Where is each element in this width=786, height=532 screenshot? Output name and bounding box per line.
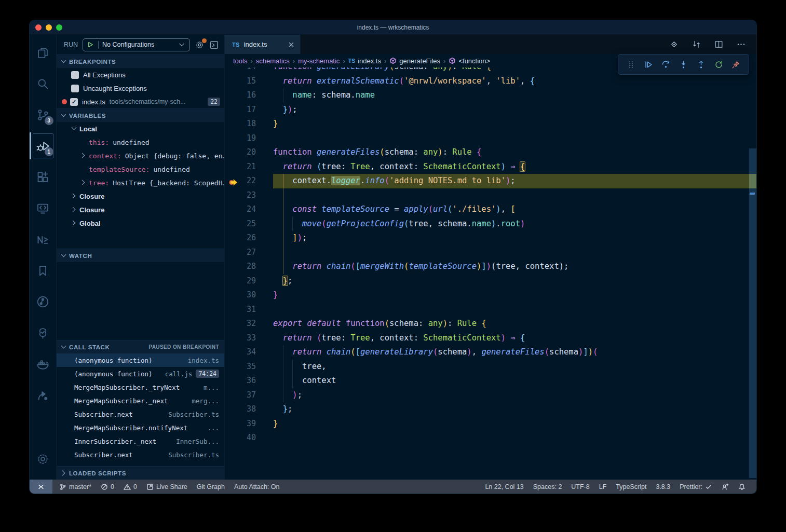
git-graph[interactable]: Git Graph: [192, 480, 229, 494]
call-stack-frame[interactable]: (anonymous function)index.ts: [57, 353, 224, 367]
code-editor[interactable]: 14function generateLibrary(schema: any):…: [225, 67, 756, 480]
code-line[interactable]: 23: [225, 188, 756, 203]
call-stack-frame[interactable]: MergeMapSubscriber._nextmerg...: [57, 394, 224, 407]
activity-extensions[interactable]: [30, 161, 57, 193]
close-tab-button[interactable]: [288, 41, 295, 48]
scope-row[interactable]: Local: [57, 122, 224, 135]
code-line[interactable]: 28 return chain([mergeWith(templateSourc…: [225, 260, 756, 274]
call-stack-frame[interactable]: MergeMapSubscriber.notifyNext...: [57, 421, 224, 434]
step-into-button[interactable]: [677, 58, 689, 71]
activity-explorer[interactable]: [30, 37, 57, 68]
code-line[interactable]: 39}: [225, 417, 756, 431]
code-line[interactable]: 16 name: schema.name: [225, 88, 756, 103]
step-out-button[interactable]: [695, 58, 707, 71]
activity-source-control[interactable]: 3: [30, 99, 57, 130]
breakpoint-item[interactable]: Uncaught Exceptions: [57, 81, 224, 95]
encoding[interactable]: UTF-8: [566, 480, 594, 494]
language-mode[interactable]: TypeScript: [611, 480, 651, 494]
code-line[interactable]: 34 return chain([generateLibrary(schema)…: [225, 345, 756, 360]
scope-row[interactable]: Closure: [57, 189, 224, 203]
activity-settings[interactable]: [30, 443, 57, 474]
code-line[interactable]: 37 );: [225, 388, 756, 403]
more-actions-button[interactable]: [736, 39, 746, 49]
start-debug-icon[interactable]: [86, 40, 94, 49]
code-line[interactable]: 36 context: [225, 374, 756, 388]
variable-row[interactable]: tree:HostTree {_backend: ScopedH…: [57, 176, 224, 189]
continue-button[interactable]: [642, 58, 655, 71]
call-stack-frame[interactable]: (anonymous function)call.js74:24: [57, 367, 224, 380]
breadcrumb-item[interactable]: generateFiles: [389, 57, 440, 65]
indentation[interactable]: Spaces: 2: [528, 480, 567, 494]
eol[interactable]: LF: [594, 480, 612, 494]
problems-errors[interactable]: 0: [96, 480, 119, 494]
watch-section-header[interactable]: WATCH: [57, 249, 224, 262]
code-line[interactable]: 24 const templateSource = apply(url('./f…: [225, 202, 756, 217]
feedback[interactable]: [717, 480, 734, 494]
breakpoint-item[interactable]: ✓index.tstools/schematics/my-sch...22: [57, 95, 224, 108]
code-line[interactable]: 26 ]);: [225, 231, 756, 245]
debug-console-button[interactable]: [209, 40, 219, 50]
activity-run-debug[interactable]: 1: [30, 130, 57, 161]
code-line[interactable]: 19: [225, 131, 756, 146]
activity-remote-explorer[interactable]: [30, 193, 57, 224]
code-line[interactable]: 30}: [225, 288, 756, 303]
activity-bookmarks[interactable]: [30, 255, 57, 286]
breadcrumb-item[interactable]: my-schematic: [298, 57, 340, 65]
configure-launch-button[interactable]: [195, 40, 205, 50]
tab-index-ts[interactable]: TS index.ts: [225, 35, 301, 54]
activity-search[interactable]: [30, 68, 57, 99]
toolbar-drag-handle[interactable]: [625, 58, 637, 71]
close-window-button[interactable]: [35, 24, 42, 31]
variable-row[interactable]: this:undefined: [57, 135, 224, 149]
scope-row[interactable]: Global: [57, 216, 224, 230]
typescript-version[interactable]: 3.8.3: [651, 480, 675, 494]
scope-row[interactable]: Closure: [57, 203, 224, 216]
debug-config-dropdown[interactable]: No Configurations: [83, 38, 190, 51]
code-line[interactable]: 20function generateFiles(schema: any): R…: [225, 145, 756, 160]
activity-docker[interactable]: [30, 348, 57, 379]
git-branch[interactable]: master*: [55, 480, 96, 494]
auto-attach[interactable]: Auto Attach: On: [229, 480, 284, 494]
code-line[interactable]: 17 });: [225, 103, 756, 117]
remote-indicator[interactable]: [30, 480, 52, 494]
code-line[interactable]: 21 return (tree: Tree, context: Schemati…: [225, 160, 756, 174]
cursor-position[interactable]: Ln 22, Col 13: [480, 480, 528, 494]
restart-button[interactable]: [712, 58, 725, 71]
split-editor-button[interactable]: [714, 39, 724, 49]
code-line[interactable]: 27: [225, 245, 756, 260]
call-stack-frame[interactable]: Subscriber.nextSubscriber.ts: [57, 407, 224, 421]
activity-nx-console[interactable]: [30, 224, 57, 255]
step-over-button[interactable]: [660, 58, 672, 71]
call-stack-frame[interactable]: InnerSubscriber._nextInnerSub...: [57, 434, 224, 448]
editor-scrollbar[interactable]: [749, 67, 756, 480]
disconnect-button[interactable]: [730, 58, 742, 71]
breakpoint-checkbox[interactable]: [71, 85, 79, 92]
zoom-window-button[interactable]: [56, 24, 62, 31]
variable-row[interactable]: templateSource:undefined: [57, 162, 224, 176]
breakpoint-checkbox[interactable]: ✓: [70, 98, 78, 106]
variables-section-header[interactable]: VARIABLES: [57, 108, 224, 122]
code-line[interactable]: 31: [225, 303, 756, 317]
notifications[interactable]: [734, 480, 750, 494]
loaded-scripts-section-header[interactable]: LOADED SCRIPTS: [57, 466, 224, 480]
breakpoint-item[interactable]: All Exceptions: [57, 68, 224, 81]
code-line[interactable]: 22 context.logger.info('adding NOTES.md …: [225, 174, 756, 188]
call-stack-frame[interactable]: Subscriber.nextSubscriber.ts: [57, 448, 224, 461]
code-line[interactable]: 35 tree,: [225, 360, 756, 374]
breakpoints-section-header[interactable]: BREAKPOINTS: [57, 54, 224, 68]
breadcrumb-item[interactable]: TSindex.ts: [348, 57, 381, 65]
live-share[interactable]: Live Share: [142, 480, 192, 494]
variable-row[interactable]: context:Object {debug: false, en…: [57, 149, 224, 162]
code-line[interactable]: 25 move(getProjectConfig(tree, schema.na…: [225, 217, 756, 231]
problems-warnings[interactable]: 0: [119, 480, 142, 494]
code-line[interactable]: 33 return (tree: Tree, context: Schemati…: [225, 331, 756, 346]
activity-git-history[interactable]: [30, 286, 57, 317]
code-line[interactable]: 15 return externalSchematic('@nrwl/works…: [225, 74, 756, 89]
code-line[interactable]: 29 };: [225, 274, 756, 289]
code-line[interactable]: 38 };: [225, 402, 756, 417]
breadcrumb-item[interactable]: tools: [233, 57, 247, 65]
breadcrumb-item[interactable]: <function>: [449, 57, 490, 65]
breadcrumb-item[interactable]: schematics: [256, 57, 290, 65]
code-line[interactable]: 40: [225, 431, 756, 445]
open-changes-button[interactable]: [692, 39, 701, 49]
